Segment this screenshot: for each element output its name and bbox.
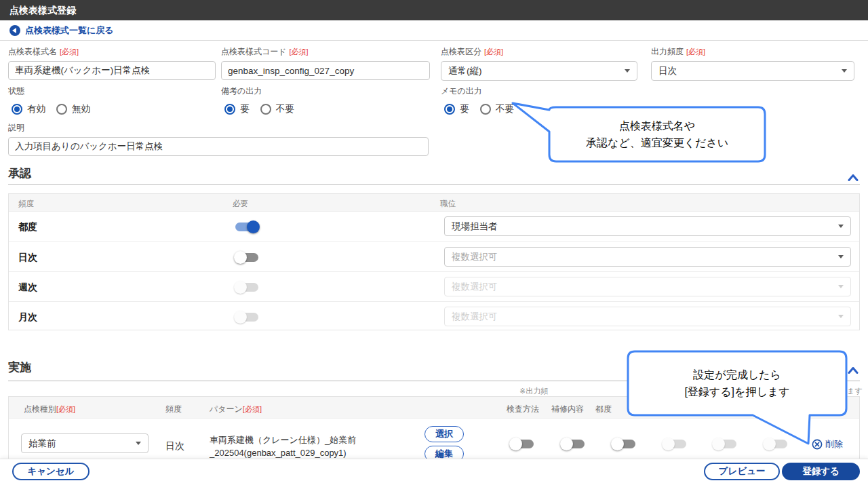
col-frequency-label: 頻度 bbox=[18, 199, 34, 209]
output-frequency-field: 出力頻度[必須] 日次 bbox=[651, 46, 854, 81]
position-select: 複数選択可 bbox=[444, 277, 851, 296]
status-field: 状態 有効 無効 bbox=[8, 85, 101, 115]
select-placeholder: 複数選択可 bbox=[452, 251, 498, 263]
field-label: メモの出力 bbox=[441, 85, 525, 97]
chevron-down-icon bbox=[625, 69, 630, 73]
pattern-value: 車両系建機（クレーン仕様）_始業前 _202504(genbax_patt_02… bbox=[210, 433, 356, 459]
callout-text: 設定が完成したら [登録する]を押します bbox=[628, 351, 846, 415]
toggle-knob bbox=[560, 438, 573, 450]
remarks-output-radio-group: 要 不要 bbox=[221, 103, 305, 115]
toggle-knob bbox=[234, 311, 247, 324]
field-label: 点検表区分[必須] bbox=[441, 46, 637, 58]
inspection-division-field: 点検表区分[必須] 通常(縦) bbox=[441, 46, 637, 81]
divider bbox=[8, 184, 860, 185]
required-badge: [必須] bbox=[243, 405, 262, 413]
approval-table-header: 頻度 必要 職位 bbox=[9, 194, 859, 212]
inspection-method-toggle[interactable] bbox=[511, 440, 534, 448]
status-radio-group: 有効 無効 bbox=[8, 103, 101, 115]
toggle-knob bbox=[611, 438, 624, 450]
approval-row-eachtime: 都度 現場担当者 bbox=[9, 212, 859, 242]
chevron-down-icon bbox=[838, 255, 844, 258]
col-inspection-method-label: 検査方法 bbox=[507, 404, 539, 415]
radio-label: 要 bbox=[460, 103, 469, 115]
description-field: 説明 bbox=[8, 122, 429, 156]
col-required-label: 必要 bbox=[233, 199, 248, 209]
required-badge: [必須] bbox=[60, 47, 79, 56]
chevron-down-icon bbox=[838, 225, 844, 228]
toggle-knob bbox=[234, 251, 247, 264]
status-disabled-radio[interactable] bbox=[56, 104, 67, 115]
col-frequency-label: 頻度 bbox=[165, 404, 182, 415]
required-badge: [必須] bbox=[56, 405, 75, 413]
page-title: 点検表様式登録 bbox=[0, 0, 868, 20]
chevron-down-icon bbox=[838, 285, 844, 288]
pattern-select-button[interactable]: 選択 bbox=[425, 426, 464, 442]
radio-label: 要 bbox=[240, 103, 250, 115]
toggle-knob bbox=[234, 281, 247, 294]
preview-button[interactable]: プレビュー bbox=[704, 463, 780, 480]
radio-label: 有効 bbox=[27, 103, 45, 115]
inspection-format-code-input[interactable] bbox=[221, 61, 430, 80]
remarks-not-required-radio[interactable] bbox=[260, 104, 271, 115]
col-inspection-type-label: 点検種別[必須] bbox=[24, 404, 75, 415]
field-label: 説明 bbox=[8, 122, 429, 134]
output-frequency-note-fragment: ※出力頻 bbox=[519, 386, 548, 396]
approval-required-toggle[interactable] bbox=[235, 253, 258, 262]
chevron-down-icon bbox=[838, 315, 844, 318]
back-bar: 点検表様式一覧に戻る bbox=[0, 20, 868, 41]
inspection-format-code-field: 点検表様式コード[必須] bbox=[221, 46, 430, 80]
frequency-label: 日次 bbox=[18, 252, 37, 264]
frequency-label: 都度 bbox=[18, 221, 37, 233]
approval-row-daily: 日次 複数選択可 bbox=[9, 242, 859, 271]
approval-required-toggle[interactable] bbox=[235, 283, 258, 292]
implementation-section-title: 実施 bbox=[8, 360, 31, 375]
footer-action-bar: キャンセル プレビュー 登録する bbox=[0, 459, 868, 483]
field-label: 出力頻度[必須] bbox=[651, 46, 854, 58]
col-eachtime-label: 都度 bbox=[595, 404, 612, 415]
status-enabled-radio[interactable] bbox=[12, 104, 22, 115]
inspection-format-name-field: 点検表様式名[必須] bbox=[8, 46, 216, 80]
approval-required-toggle[interactable] bbox=[235, 313, 258, 322]
select-value: 日次 bbox=[658, 65, 677, 77]
submit-button[interactable]: 登録する bbox=[782, 463, 860, 480]
frequency-value: 日次 bbox=[165, 440, 184, 452]
position-select[interactable]: 複数選択可 bbox=[444, 247, 851, 267]
memo-required-radio[interactable] bbox=[444, 104, 455, 115]
field-label: 備考の出力 bbox=[221, 85, 305, 97]
output-frequency-select[interactable]: 日次 bbox=[651, 61, 854, 81]
memo-not-required-radio[interactable] bbox=[480, 104, 491, 115]
frequency-label: 月次 bbox=[18, 311, 37, 324]
inspection-division-select[interactable]: 通常(縦) bbox=[441, 61, 637, 81]
position-select[interactable]: 現場担当者 bbox=[444, 216, 851, 236]
chevron-down-icon bbox=[136, 442, 141, 445]
approval-row-monthly: 月次 複数選択可 bbox=[9, 301, 859, 331]
inspection-format-name-input[interactable] bbox=[8, 61, 216, 80]
select-placeholder: 複数選択可 bbox=[452, 281, 498, 293]
annotation-callout-top: 点検表様式名や 承認など、適宜変更ください bbox=[503, 98, 769, 166]
required-badge: [必須] bbox=[686, 47, 705, 56]
select-value: 現場担当者 bbox=[452, 220, 498, 233]
select-placeholder: 複数選択可 bbox=[452, 311, 498, 323]
back-arrow-icon bbox=[9, 25, 20, 36]
col-repair-content-label: 補修内容 bbox=[551, 404, 584, 415]
approval-row-weekly: 週次 複数選択可 bbox=[9, 271, 859, 301]
approval-collapse-chevron-up-icon[interactable] bbox=[848, 172, 859, 184]
required-badge: [必須] bbox=[484, 47, 503, 56]
approval-table: 頻度 必要 職位 都度 現場担当者 日次 複数選択可 週次 複数選択可 bbox=[8, 193, 860, 330]
remarks-required-radio[interactable] bbox=[224, 104, 235, 115]
required-badge: [必須] bbox=[290, 47, 309, 56]
field-label: 点検表様式名[必須] bbox=[8, 46, 216, 58]
description-input[interactable] bbox=[8, 137, 429, 156]
radio-label: 不要 bbox=[276, 103, 294, 115]
col-position-label: 職位 bbox=[440, 199, 456, 209]
cancel-button[interactable]: キャンセル bbox=[12, 463, 90, 480]
page: 点検表様式登録 点検表様式一覧に戻る 点検表様式名[必須] 点検表様式コード[必… bbox=[0, 0, 868, 483]
back-to-list-link[interactable]: 点検表様式一覧に戻る bbox=[9, 24, 114, 37]
repair-content-toggle[interactable] bbox=[561, 440, 585, 448]
approval-required-toggle[interactable] bbox=[235, 223, 258, 231]
inspection-type-select[interactable]: 始業前 bbox=[21, 433, 149, 453]
annotation-callout-bottom: 設定が完成したら [登録する]を押します bbox=[624, 347, 852, 449]
window-titlebar: 点検表様式登録 bbox=[0, 0, 868, 20]
select-value: 始業前 bbox=[28, 438, 56, 450]
position-select: 複数選択可 bbox=[444, 307, 851, 326]
